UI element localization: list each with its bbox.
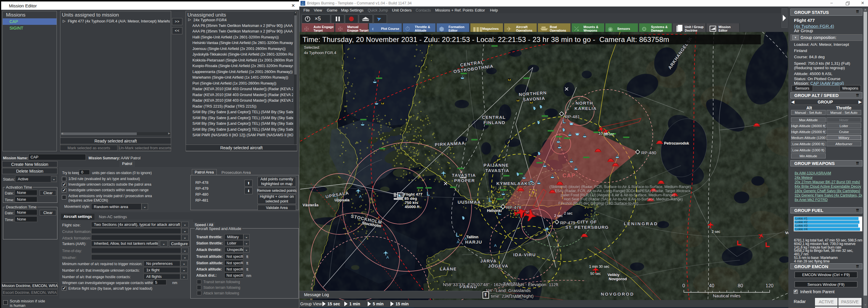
svg-text:A: A	[386, 255, 389, 260]
svg-text:A: A	[494, 243, 497, 248]
svg-text:UUSIMAA: UUSIMAA	[458, 200, 481, 205]
svg-text:pallet Food [RLP, LU] (Aegais): pallet Food [RLP, LU] (Aegais) & Air & A…	[561, 193, 675, 197]
svg-text:Horl Seat [Ful] (Radar (SA) &: Horl Seat [Ful] (Radar (SA) & Air-to-Air…	[564, 197, 683, 201]
svg-text:A: A	[457, 240, 460, 244]
svg-text:85 deg: 85 deg	[404, 196, 417, 201]
svg-text:JÄRVA: JÄRVA	[480, 258, 496, 263]
svg-text:50 sec: 50 sec	[590, 272, 601, 276]
svg-text:120: 120	[766, 283, 774, 288]
svg-text:Nautical miles: Nautical miles	[713, 293, 740, 298]
svg-text:CAP: CAP	[562, 173, 576, 178]
svg-text:KYMENLAAKSO: KYMENLAAKSO	[496, 181, 535, 186]
svg-text:A: A	[548, 233, 551, 237]
svg-text:Uppsala: Uppsala	[335, 198, 350, 202]
svg-text:PROPER: PROPER	[454, 178, 475, 183]
svg-text:ESA) (Radar, FCR, Air-to-Air,: ESA) (Radar, FCR, Air-to-Air, Long-Range…	[555, 189, 691, 193]
svg-text:LENINGRAD: LENINGRAD	[624, 221, 658, 226]
svg-text:1 min 30 sec: 1 min 30 sec	[589, 265, 609, 269]
svg-text:A: A	[359, 194, 362, 199]
svg-text:N58°33'33", E25°07'48" - 162nm: N58°33'33", E25°07'48" - 162nm from sel …	[443, 282, 559, 287]
svg-text:Västerås: Västerås	[303, 203, 318, 207]
svg-text:750 kts: 750 kts	[405, 200, 418, 205]
svg-text:0: 0	[682, 283, 685, 288]
svg-text:RP-480: RP-480	[641, 150, 656, 155]
svg-text:Helsinki: Helsinki	[487, 208, 502, 213]
svg-text:CITY OF: CITY OF	[577, 219, 597, 224]
svg-text:Tallinn: Tallinn	[466, 235, 478, 239]
svg-text:CENTRAL: CENTRAL	[482, 115, 506, 120]
svg-text:80: 80	[738, 283, 743, 288]
svg-text:TAVASTIA: TAVASTIA	[485, 168, 509, 173]
svg-text:2 sec: 2 sec	[554, 214, 563, 218]
svg-text:Petrozavodsk: Petrozavodsk	[664, 141, 689, 145]
svg-text:RP-478: RP-478	[506, 205, 521, 210]
svg-text:NORTH: NORTH	[576, 101, 593, 105]
svg-text:time: 22.21.48 (Night): time: 22.21.48 (Night)	[491, 294, 533, 299]
svg-text:RP-481: RP-481	[565, 114, 580, 119]
svg-text:HARJU: HARJU	[465, 239, 482, 244]
svg-text:TAVASTIA: TAVASTIA	[452, 173, 476, 178]
svg-text:?: ?	[532, 191, 534, 195]
svg-text:2 sec: 2 sec	[712, 230, 720, 234]
svg-text:Velikiy: Velikiy	[608, 273, 620, 277]
svg-text:LÄÄNE: LÄÄNE	[440, 266, 457, 271]
svg-text:Flight 477: Flight 477	[404, 192, 423, 197]
svg-text:Novgorod: Novgorod	[609, 277, 627, 281]
svg-text:40: 40	[709, 283, 714, 288]
svg-text:Fireshot (RLP) dec (targing) (: Fireshot (RLP) dec (targing) (13D Surfac…	[558, 201, 638, 205]
svg-text:45000 ft: 45000 ft	[405, 205, 420, 209]
svg-text:1% - Land: Grasslands: 1% - Land: Grasslands	[486, 288, 531, 293]
svg-text:PÄIJÄNNE: PÄIJÄNNE	[484, 163, 508, 168]
svg-text:KARELIA: KARELIA	[574, 106, 596, 111]
svg-text:FINLAND: FINLAND	[484, 120, 505, 125]
svg-text:NOVGOROD: NOVGOROD	[601, 292, 634, 297]
svg-text:10 sec: 10 sec	[604, 132, 614, 136]
svg-text:JÕGEVA: JÕGEVA	[488, 263, 508, 268]
svg-text:IDA-VIRU: IDA-VIRU	[513, 252, 536, 257]
svg-text:(Sblimend) (doute) (Radar, FCR: (Sblimend) (doute) (Radar, FCR, Surface-…	[550, 185, 691, 189]
svg-text:ST. PETERSBURG: ST. PETERSBURG	[565, 225, 609, 230]
svg-text:2 sec: 2 sec	[564, 211, 572, 215]
